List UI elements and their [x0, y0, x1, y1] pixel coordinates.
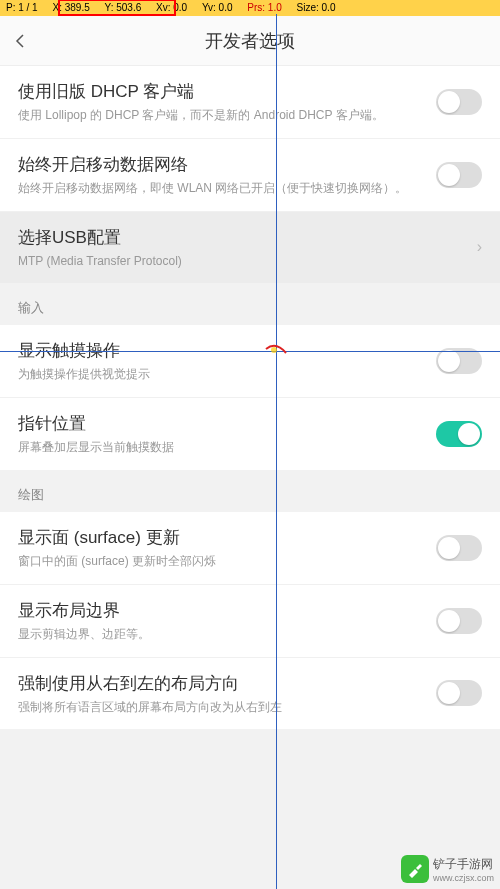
- pointer-location-bar: P: 1 / 1 X: 389.5 Y: 503.6 Xv: 0.0 Yv: 0…: [0, 0, 500, 16]
- settings-list-input: 显示触摸操作 为触摸操作提供视觉提示 指针位置 屏幕叠加层显示当前触摸数据: [0, 325, 500, 470]
- chevron-right-icon: ›: [477, 238, 482, 256]
- item-title: 显示面 (surface) 更新: [18, 526, 482, 549]
- pointer-size: Size: 0.0: [291, 0, 342, 16]
- item-title: 强制使用从右到左的布局方向: [18, 672, 482, 695]
- crosshair-horizontal-icon: [0, 351, 500, 352]
- item-rtl-layout[interactable]: 强制使用从右到左的布局方向 强制将所有语言区域的屏幕布局方向改为从右到左: [0, 657, 500, 730]
- item-usb-config[interactable]: 选择USB配置 MTP (Media Transfer Protocol) ›: [0, 211, 500, 284]
- pointer-prs: Prs: 1.0: [241, 0, 287, 16]
- item-subtitle: 为触摸操作提供视觉提示: [18, 366, 482, 383]
- touch-indicator-icon: [264, 343, 288, 359]
- item-dhcp-legacy[interactable]: 使用旧版 DHCP 客户端 使用 Lollipop 的 DHCP 客户端，而不是…: [0, 66, 500, 138]
- item-title: 选择USB配置: [18, 226, 482, 249]
- toggle-switch[interactable]: [436, 608, 482, 634]
- item-title: 始终开启移动数据网络: [18, 153, 482, 176]
- toggle-switch[interactable]: [436, 421, 482, 447]
- toggle-switch[interactable]: [436, 162, 482, 188]
- item-mobile-data-always[interactable]: 始终开启移动数据网络 始终开启移动数据网络，即使 WLAN 网络已开启（便于快速…: [0, 138, 500, 211]
- item-title: 使用旧版 DHCP 客户端: [18, 80, 482, 103]
- pointer-p: P: 1 / 1: [0, 0, 44, 16]
- item-title: 指针位置: [18, 412, 482, 435]
- toggle-switch[interactable]: [436, 348, 482, 374]
- item-surface-updates[interactable]: 显示面 (surface) 更新 窗口中的面 (surface) 更新时全部闪烁: [0, 512, 500, 584]
- item-subtitle: 屏幕叠加层显示当前触摸数据: [18, 439, 482, 456]
- item-subtitle: 始终开启移动数据网络，即使 WLAN 网络已开启（便于快速切换网络）。: [18, 180, 482, 197]
- watermark-url: www.czjsx.com: [433, 873, 494, 883]
- item-pointer-location[interactable]: 指针位置 屏幕叠加层显示当前触摸数据: [0, 397, 500, 470]
- item-subtitle: 显示剪辑边界、边距等。: [18, 626, 482, 643]
- section-header-input: 输入: [0, 283, 500, 325]
- item-layout-bounds[interactable]: 显示布局边界 显示剪辑边界、边距等。: [0, 584, 500, 657]
- settings-list: 使用旧版 DHCP 客户端 使用 Lollipop 的 DHCP 客户端，而不是…: [0, 66, 500, 283]
- watermark: 铲子手游网 www.czjsx.com: [401, 855, 494, 883]
- section-header-draw: 绘图: [0, 470, 500, 512]
- item-subtitle: MTP (Media Transfer Protocol): [18, 253, 482, 270]
- page-title: 开发者选项: [0, 29, 500, 53]
- item-subtitle: 强制将所有语言区域的屏幕布局方向改为从右到左: [18, 699, 482, 716]
- item-show-touches[interactable]: 显示触摸操作 为触摸操作提供视觉提示: [0, 325, 500, 397]
- crosshair-vertical-icon: [276, 14, 277, 889]
- toggle-switch[interactable]: [436, 535, 482, 561]
- watermark-brand: 铲子手游网: [433, 856, 494, 873]
- item-subtitle: 窗口中的面 (surface) 更新时全部闪烁: [18, 553, 482, 570]
- toggle-switch[interactable]: [436, 680, 482, 706]
- svg-point-0: [271, 347, 277, 353]
- toggle-switch[interactable]: [436, 89, 482, 115]
- nav-bar: 开发者选项: [0, 16, 500, 66]
- item-title: 显示布局边界: [18, 599, 482, 622]
- pointer-yv: Yv: 0.0: [196, 0, 239, 16]
- shovel-logo-icon: [401, 855, 429, 883]
- item-subtitle: 使用 Lollipop 的 DHCP 客户端，而不是新的 Android DHC…: [18, 107, 482, 124]
- highlight-box-icon: [58, 0, 176, 16]
- settings-list-draw: 显示面 (surface) 更新 窗口中的面 (surface) 更新时全部闪烁…: [0, 512, 500, 729]
- watermark-text: 铲子手游网 www.czjsx.com: [433, 856, 494, 883]
